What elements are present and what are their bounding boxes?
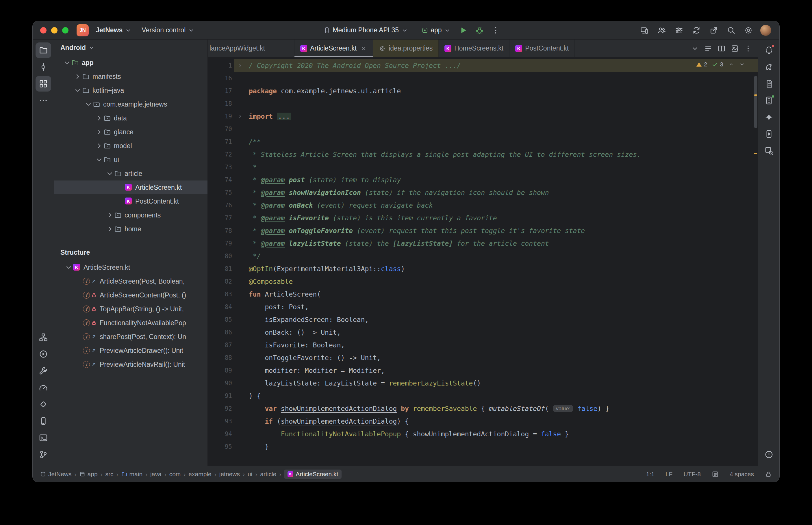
line-number[interactable]: 95: [208, 440, 234, 453]
line-number[interactable]: 16: [208, 72, 234, 85]
line-number[interactable]: 75: [208, 186, 234, 199]
expand-arrow-icon[interactable]: [95, 114, 103, 122]
structure-item[interactable]: fPreviewArticleNavRail(): Unit: [54, 358, 207, 371]
line-number[interactable]: 91: [208, 390, 234, 402]
titlebar-action-device-mirror-icon[interactable]: [638, 24, 651, 37]
code-line-88[interactable]: 88 onToggleFavorite: () -> Unit,: [208, 351, 758, 364]
line-number[interactable]: 71: [208, 135, 234, 148]
line-number[interactable]: 80: [208, 250, 234, 262]
code-line-74[interactable]: 74 * @param post (state) item to display: [208, 174, 758, 186]
tree-item-PostContent.kt[interactable]: KPostContent.kt: [54, 194, 207, 208]
fold-toggle-icon[interactable]: [234, 59, 247, 72]
line-number[interactable]: 81: [208, 262, 234, 275]
tool-button-notifications-icon[interactable]: [761, 43, 777, 58]
line-number[interactable]: 74: [208, 174, 234, 186]
code-line-83[interactable]: 83fun ArticleScreen(: [208, 288, 758, 301]
tool-button-problems-icon[interactable]: [761, 447, 777, 462]
structure-item[interactable]: fTopAppBar(String, () -> Unit,: [54, 302, 207, 316]
tool-button-build-variants-icon[interactable]: [761, 76, 777, 92]
breadcrumb-article[interactable]: article: [260, 471, 276, 478]
tab-list-icon[interactable]: [704, 44, 712, 52]
code-line-1[interactable]: 1/ Copyright 2020 The Android Open Sourc…: [208, 59, 758, 72]
tool-button-profiler-icon[interactable]: [35, 380, 51, 395]
warning-stripe-mark[interactable]: [754, 94, 757, 96]
code-line-90[interactable]: 90 lazyListState: LazyListState = rememb…: [208, 377, 758, 390]
code-line-75[interactable]: 75 * @param showNavigationIcon (state) i…: [208, 186, 758, 199]
code-line-70[interactable]: 70: [208, 123, 758, 135]
code-editor[interactable]: 1/ Copyright 2020 The Android Open Sourc…: [208, 58, 758, 466]
breadcrumb-jetnews[interactable]: jetnews: [219, 471, 240, 478]
editor-tab-lanceAppWidget.kt[interactable]: lanceAppWidget.kt: [208, 40, 294, 57]
code-line-93[interactable]: 93 if (showUnimplementedActionDialog) {: [208, 415, 758, 428]
tree-item-model[interactable]: model: [54, 139, 207, 153]
tool-button-device-manager-icon[interactable]: [35, 413, 51, 429]
vcs-menu[interactable]: Version control: [139, 25, 198, 36]
run-button[interactable]: [457, 24, 470, 37]
editor-tab-PostContent.kt[interactable]: KPostContent.kt: [510, 40, 575, 57]
tool-button-version-control-icon[interactable]: [35, 447, 51, 462]
tool-button-terminal-icon[interactable]: [35, 430, 51, 446]
line-number[interactable]: 92: [208, 402, 234, 415]
structure-item[interactable]: fFunctionalityNotAvailablePop: [54, 316, 207, 330]
status-editor-widget[interactable]: [712, 471, 719, 478]
profile-avatar[interactable]: [759, 24, 772, 37]
line-number[interactable]: 79: [208, 237, 234, 250]
line-number[interactable]: 86: [208, 326, 234, 339]
tool-button-build-tools-icon[interactable]: [35, 363, 51, 379]
tree-item-kotlin+java[interactable]: kotlin+java: [54, 84, 207, 97]
code-line-16[interactable]: 16: [208, 72, 758, 85]
editor-tab-HomeScreens.kt[interactable]: KHomeScreens.kt: [439, 40, 510, 57]
code-line-80[interactable]: 80 */: [208, 250, 758, 262]
line-number[interactable]: 82: [208, 275, 234, 288]
project-view-selector[interactable]: Android: [54, 40, 207, 56]
project-menu[interactable]: JetNews: [93, 25, 135, 36]
code-line-76[interactable]: 76 * @param onBack (event) request navig…: [208, 199, 758, 212]
debug-button[interactable]: [473, 24, 486, 37]
line-number[interactable]: 73: [208, 161, 234, 174]
editor-tab-idea.properties[interactable]: idea.properties: [373, 40, 439, 57]
tool-button-hierarchy-icon[interactable]: [35, 330, 51, 345]
tree-item-com.example.jetnews[interactable]: com.example.jetnews: [54, 97, 207, 111]
expand-arrow-icon[interactable]: [73, 73, 82, 80]
breadcrumb-example[interactable]: example: [188, 471, 211, 478]
tree-item-data[interactable]: data: [54, 111, 207, 125]
status-caret-position[interactable]: 1:1: [646, 471, 654, 478]
status-file-encoding[interactable]: UTF-8: [683, 471, 701, 478]
code-line-86[interactable]: 86 onBack: () -> Unit,: [208, 326, 758, 339]
collapse-arrow-icon[interactable]: [63, 59, 71, 66]
line-number[interactable]: 84: [208, 301, 234, 313]
tree-item-manifests[interactable]: manifests: [54, 70, 207, 84]
collapse-arrow-icon[interactable]: [64, 264, 73, 271]
line-number[interactable]: 88: [208, 351, 234, 364]
expand-arrow-icon[interactable]: [95, 128, 103, 136]
structure-file-row[interactable]: KArticleScreen.kt: [54, 260, 207, 274]
code-line-94[interactable]: 94 FunctionalityNotAvailablePopup { show…: [208, 428, 758, 440]
run-config-selector[interactable]: app: [418, 25, 454, 36]
fold-toggle-icon[interactable]: [234, 110, 247, 123]
tool-button-gemini-icon[interactable]: [761, 109, 777, 125]
code-line-72[interactable]: 72 * Stateless Article Screen that displ…: [208, 148, 758, 161]
titlebar-action-sync-icon[interactable]: [690, 24, 703, 37]
minimize-window-button[interactable]: [51, 27, 58, 33]
line-number[interactable]: 70: [208, 123, 234, 135]
warnings-count[interactable]: 2: [696, 61, 707, 68]
collapse-arrow-icon[interactable]: [84, 101, 93, 108]
code-line-17[interactable]: 17package com.example.jetnews.ui.article: [208, 85, 758, 97]
breadcrumb-JetNews[interactable]: JetNews: [40, 471, 72, 478]
status-readonly-toggle[interactable]: [765, 471, 772, 478]
tool-button-project-icon[interactable]: [35, 43, 51, 58]
checks-count[interactable]: 3: [712, 61, 723, 68]
line-number[interactable]: 83: [208, 288, 234, 301]
editor-scrollbar[interactable]: [753, 58, 757, 466]
tree-item-glance[interactable]: glance: [54, 125, 207, 139]
collapse-arrow-icon[interactable]: [95, 156, 103, 163]
code-line-77[interactable]: 77 * @param isFavorite (state) is this i…: [208, 212, 758, 224]
status-line-separator[interactable]: LF: [665, 471, 673, 478]
previous-problem-button[interactable]: [728, 61, 734, 68]
tree-item-ui[interactable]: ui: [54, 153, 207, 167]
titlebar-action-share-icon[interactable]: [707, 24, 720, 37]
tree-item-ArticleScreen.kt[interactable]: KArticleScreen.kt: [54, 180, 207, 194]
close-window-button[interactable]: [40, 27, 46, 33]
collapse-arrow-icon[interactable]: [73, 87, 82, 94]
code-line-19[interactable]: 19import ...: [208, 110, 758, 123]
